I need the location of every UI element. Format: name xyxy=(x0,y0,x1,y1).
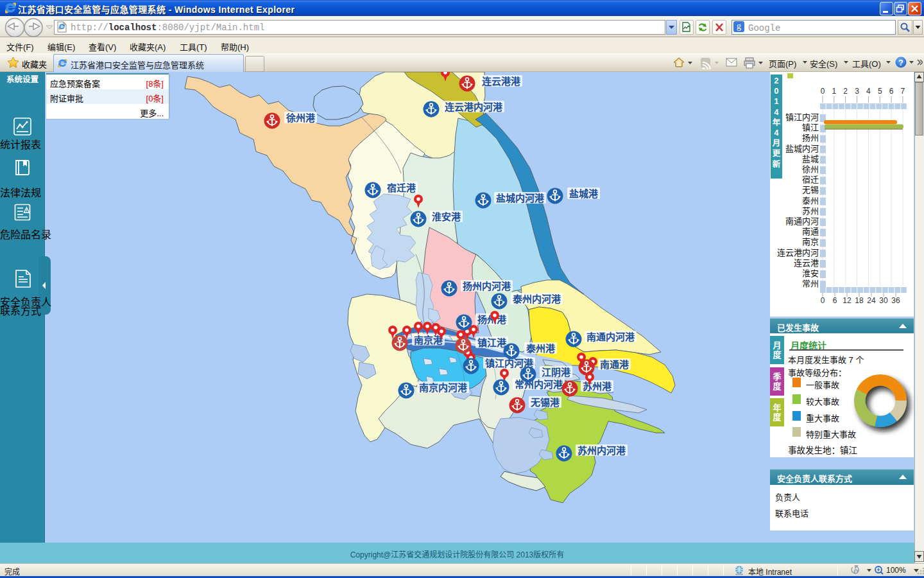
svg-text:宿迁港: 宿迁港 xyxy=(387,182,416,193)
svg-text:连云港: 连云港 xyxy=(794,258,819,268)
svg-text:泰州港: 泰州港 xyxy=(526,343,556,354)
svg-text:南通内河港: 南通内河港 xyxy=(586,331,635,342)
svg-text:30: 30 xyxy=(879,296,888,305)
svg-text:南京内河港: 南京内河港 xyxy=(419,382,468,393)
svg-text:苏州港: 苏州港 xyxy=(583,381,612,392)
svg-text:南通内河: 南通内河 xyxy=(785,216,819,226)
svg-text:6: 6 xyxy=(889,87,894,96)
svg-text:苏州内河港: 苏州内河港 xyxy=(578,445,626,456)
svg-text:泰州内河港: 泰州内河港 xyxy=(512,293,561,304)
svg-text:徐州港: 徐州港 xyxy=(286,112,316,123)
svg-text:南通: 南通 xyxy=(802,227,819,236)
svg-text:常州: 常州 xyxy=(802,279,819,288)
svg-text:12: 12 xyxy=(843,296,851,305)
svg-text:苏州: 苏州 xyxy=(802,206,819,216)
svg-text:?: ? xyxy=(898,58,903,67)
svg-text:7: 7 xyxy=(901,87,905,96)
svg-text:淮安港: 淮安港 xyxy=(432,211,461,222)
svg-text:镇江内河: 镇江内河 xyxy=(785,112,819,122)
svg-text:4: 4 xyxy=(866,87,871,96)
svg-text:镇江港: 镇江港 xyxy=(477,337,507,348)
svg-text:2: 2 xyxy=(774,76,779,85)
svg-text:年: 年 xyxy=(773,118,781,127)
svg-text:18: 18 xyxy=(855,296,864,305)
svg-text:0: 0 xyxy=(774,87,779,96)
svg-text:新: 新 xyxy=(773,159,781,169)
svg-text:连云港内河港: 连云港内河港 xyxy=(445,101,503,112)
svg-text:6: 6 xyxy=(833,296,837,305)
svg-text:徐州: 徐州 xyxy=(802,164,819,174)
svg-text:泰州: 泰州 xyxy=(802,196,819,206)
svg-text:3: 3 xyxy=(855,87,859,96)
svg-text:更: 更 xyxy=(773,149,781,158)
svg-text:0: 0 xyxy=(821,296,825,305)
svg-text:南京港: 南京港 xyxy=(414,335,443,346)
svg-text:24: 24 xyxy=(867,296,876,305)
svg-text:盐城内河港: 盐城内河港 xyxy=(496,193,545,204)
svg-text:4: 4 xyxy=(774,128,779,137)
svg-text:盐城内河: 盐城内河 xyxy=(785,144,819,153)
svg-text:常州内河港: 常州内河港 xyxy=(515,379,563,390)
svg-text:无锡: 无锡 xyxy=(802,185,819,195)
svg-text:淮安: 淮安 xyxy=(802,268,819,278)
svg-text:盐城: 盐城 xyxy=(802,154,819,164)
svg-text:江阴港: 江阴港 xyxy=(542,367,571,378)
svg-text:扬州内河港: 扬州内河港 xyxy=(463,281,511,292)
svg-text:2: 2 xyxy=(843,87,848,96)
svg-text:盐城港: 盐城港 xyxy=(569,188,599,199)
svg-text:月: 月 xyxy=(772,139,781,148)
svg-text:无锡港: 无锡港 xyxy=(530,397,560,408)
svg-text:0: 0 xyxy=(821,87,825,96)
svg-text:4: 4 xyxy=(774,108,779,117)
svg-text:1: 1 xyxy=(774,97,779,106)
svg-text:连云港内河: 连云港内河 xyxy=(777,248,819,258)
svg-text:连云港港: 连云港港 xyxy=(482,76,521,87)
svg-text:扬州: 扬州 xyxy=(802,133,819,143)
svg-text:南通港: 南通港 xyxy=(600,359,629,370)
svg-text:镇江: 镇江 xyxy=(802,123,819,132)
svg-text:1: 1 xyxy=(832,87,837,96)
svg-text:宿迁: 宿迁 xyxy=(802,175,819,184)
svg-text:5: 5 xyxy=(878,87,882,96)
svg-text:南京: 南京 xyxy=(802,237,819,247)
svg-text:36: 36 xyxy=(891,296,900,305)
